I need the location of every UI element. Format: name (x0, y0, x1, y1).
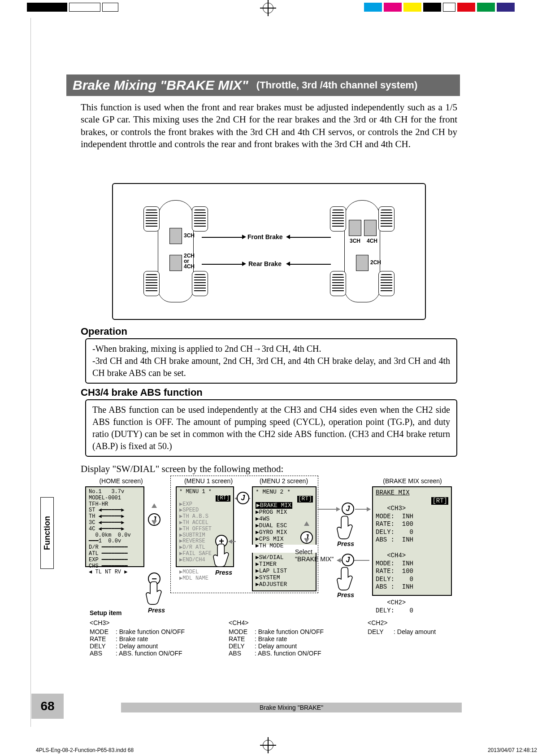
diagram-car-right: 3CH 4CH 2CH (317, 193, 407, 310)
jog-button-icon: J (342, 554, 354, 566)
section-title-bar: Brake Mixing "BRAKE MIX" (Throttle, 3rd … (66, 74, 460, 96)
setup-row: ABS: ABS. function ON/OFF (90, 650, 215, 657)
operation-line1: -When braking, mixing is applied to 2nd … (92, 343, 450, 355)
setup-row: RATE: Brake rate (229, 635, 354, 642)
meta-timestamp: 2013/04/07 12:48:12 (488, 747, 537, 753)
hand-icon (212, 543, 232, 570)
flow-arrow-icon (317, 509, 340, 510)
page-number: 68 (31, 694, 64, 719)
printer-registration-top (0, 0, 555, 18)
caption-brakemix: (BRAKE MIX screen) (372, 477, 453, 485)
setup-row: DELY: Delay amount (368, 628, 466, 635)
diagram-car-left: 3CH 2CH or 4CH (131, 193, 221, 310)
crop-mark (30, 18, 31, 727)
select-label: Select (295, 548, 312, 555)
operation-line2: -3rd CH and 4th CH brake amount, 2nd CH,… (92, 355, 450, 379)
hand-icon (336, 566, 356, 593)
intro-paragraph: This function is used when the front and… (81, 101, 457, 150)
setup-items: Setup item <CH3> MODE: Brake function ON… (90, 609, 466, 657)
heading-abs: CH3/4 brake ABS function (81, 387, 203, 398)
hand-icon (145, 581, 165, 607)
setup-row: MODE: Brake function ON/OFF (229, 628, 354, 635)
nav-intro: Display "SW/DIAL" screen by the followin… (81, 463, 457, 475)
home-screen: No.1 3.7v MODEL-0001 TFH-HR ST ◀━━━━━━▶ … (85, 486, 144, 567)
jog-button-icon: J (237, 492, 249, 504)
label-front-brake: Front Brake (247, 233, 283, 240)
flow-arrow-icon (355, 509, 370, 510)
press-label: Press (337, 591, 354, 599)
jog-updown-icon (152, 503, 157, 525)
setup-row: DELY: Delay amount (90, 642, 215, 650)
abs-box: The ABS function can be used independent… (85, 399, 457, 457)
select-target: "BRAKE MIX" (295, 555, 334, 563)
setup-ch4-head: <CH4> (229, 619, 354, 626)
flow-arrow-icon (229, 541, 236, 542)
setup-row: MODE: Brake function ON/OFF (90, 628, 215, 635)
print-meta: 4PLS-Eng-08-2-Function-P65-83.indd 68 20… (36, 747, 537, 753)
brake-diagram: 3CH 2CH or 4CH 3CH 4CH 2CH Front Brake R… (112, 183, 426, 320)
setup-row: RATE: Brake rate (90, 635, 215, 642)
setup-ch3-head: <CH3> (90, 619, 215, 626)
navigation-flow: (HOME screen) (MENU 1 screen) (MENU 2 sc… (81, 477, 466, 607)
brakemix-screen: BRAKE MIX [RT] <CH3> MODE: INH RATE: 100… (372, 486, 452, 596)
setup-row: ABS: ABS. function ON/OFF (229, 650, 354, 657)
footer-caption: Brake Mixing "BRAKE" (121, 703, 462, 712)
setup-row: DELY: Delay amount (229, 642, 354, 650)
press-label: Press (215, 569, 232, 576)
hand-icon (336, 515, 356, 542)
title-subtitle: (Throttle, 3rd /4th channel system) (256, 79, 417, 91)
heading-operation: Operation (81, 326, 127, 337)
title-main: Brake Mixing "BRAKE MIX" (73, 78, 248, 93)
jog-updown-icon (304, 521, 309, 543)
page-content: Brake Mixing "BRAKE MIX" (Throttle, 3rd … (31, 22, 524, 735)
press-label: Press (337, 540, 354, 547)
operation-box: -When braking, mixing is applied to 2nd … (85, 338, 457, 384)
meta-file: 4PLS-Eng-08-2-Function-P65-83.indd 68 (36, 747, 134, 753)
jog-button-icon: J (342, 503, 354, 515)
caption-home: (HOME screen) (90, 477, 152, 485)
setup-ch2-head: <CH2> (368, 619, 466, 626)
side-tab-function: Function (40, 497, 54, 569)
setup-heading: Setup item (90, 609, 466, 616)
label-rear-brake: Rear Brake (248, 260, 282, 267)
